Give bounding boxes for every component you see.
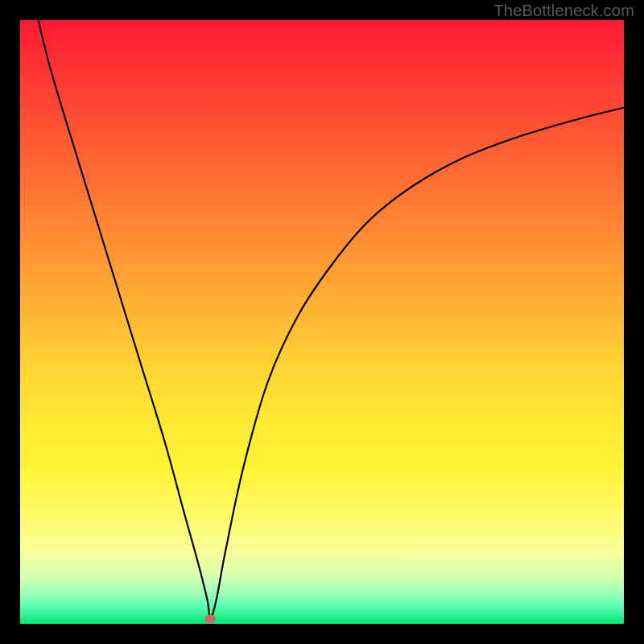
bottleneck-curve xyxy=(20,20,624,624)
watermark-text: TheBottleneck.com xyxy=(493,2,634,20)
plot-area xyxy=(20,20,624,624)
optimal-point-marker xyxy=(204,615,216,624)
chart-frame: TheBottleneck.com xyxy=(0,0,644,644)
